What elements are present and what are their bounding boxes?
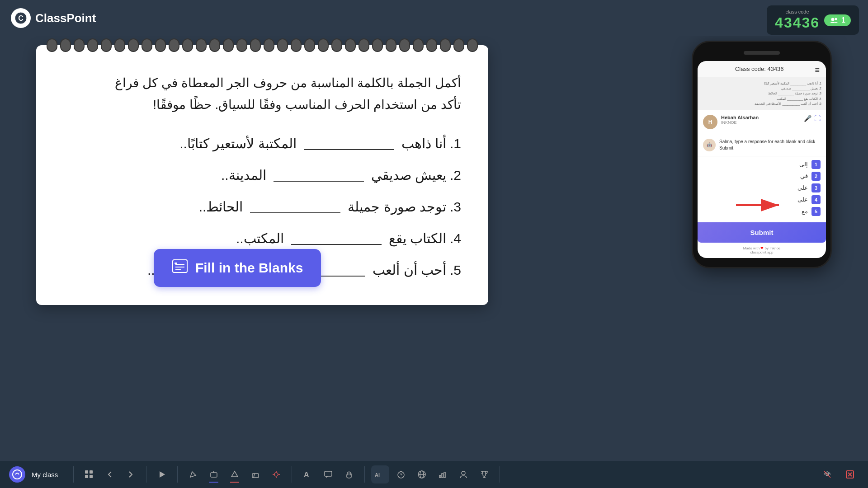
phone-mockup: Class code: 43436 ≡ 1. أنا ذاهب ________… [692,41,832,268]
back-button[interactable] [101,465,119,483]
class-code-label: class code [786,9,809,14]
preview-line3: 3. توجد صورة جميلة _________ الخائط [702,91,821,96]
phone-menu-icon: ≡ [815,66,820,75]
close-button[interactable] [841,465,859,483]
preview-line4: 4. الكتاب يقع _________ المكتب [702,96,821,101]
spiral-ring [169,38,179,52]
svg-rect-8 [175,263,177,264]
q3-blank [250,201,340,213]
answer-text-1: إلى [799,161,808,168]
eye-slash-button[interactable] [818,465,836,483]
instruction-line2: تأكد من استخدام الحرف المناسب وفقًا للسي… [63,94,461,116]
answer-row-1: 1 إلى [703,160,821,169]
q5-right: أحب أن ألعب [373,255,446,285]
spiral-ring [236,38,247,52]
student-action-icons: 🎤 ⛶ [804,115,821,122]
chart-button[interactable] [434,465,452,483]
trophy-button[interactable] [475,465,493,483]
preview-line2: 2. يعيش __________ صديقي [702,86,821,91]
answer-num-1: 1 [811,160,821,169]
submit-button[interactable]: Submit [698,222,826,243]
spiral-ring [426,38,437,52]
participant-count: 1 [841,16,845,24]
student-sub: INKNOE [721,120,800,125]
spiral-ring [386,38,396,52]
phone-mockup-container: Class code: 43436 ≡ 1. أنا ذاهب ________… [692,41,832,268]
q3-num: 3. [450,192,461,222]
q4-num: 4. [450,224,461,253]
spiral-ring [331,38,342,52]
q3-left: الحائط.. [199,192,243,222]
expand-icon: ⛶ [814,115,821,122]
main-content: أكمل الجملة بالكلمة المناسبة من حروف الج… [0,36,868,461]
q5-num: 5. [450,255,461,285]
toolbar-divider-5 [364,466,365,483]
phone-footer: Made with ❤ by Inknoe classpoint.app [698,243,826,258]
svg-point-2 [831,18,835,21]
spiral-ring [209,38,220,52]
user-button[interactable] [454,465,472,483]
microphone-icon: 🎤 [804,115,811,122]
answer-num-5: 5 [811,207,821,216]
svg-rect-14 [85,475,88,478]
bot-instruction: 🤖 Salma, type a response for each blank … [698,134,826,156]
spiral-ring [182,38,193,52]
spiral-ring [413,38,424,52]
student-avatar: H [703,115,717,129]
globe-button[interactable] [413,465,431,483]
highlighter-button[interactable] [205,465,223,483]
spiral-ring [453,38,464,52]
laser-pointer-button[interactable] [267,465,285,483]
spiral-ring [440,38,451,52]
classpoint-logo-icon: C [11,8,31,28]
question-1: 1. أنا ذاهب المكتبة لأستعير كتابًا.. [63,129,461,159]
forward-button[interactable] [122,465,140,483]
ai-button[interactable]: AI [371,465,389,483]
spiral-ring [128,38,139,52]
footer-made-by: Made with ❤ by Inknoe [701,246,822,250]
pen-tool-button[interactable] [184,465,202,483]
answer-text-2: في [800,173,808,179]
q1-right: أنا ذاهب [401,129,446,159]
chat-button[interactable] [319,465,337,483]
svg-rect-27 [325,471,332,476]
svg-text:AI: AI [375,472,380,478]
fill-in-blanks-button[interactable]: Fill in the Blanks [154,249,321,287]
svg-rect-4 [173,260,187,272]
svg-rect-38 [444,472,445,478]
preview-line1: 1. أنا ذاهب _________ المكتبة لأستعير كت… [702,81,821,86]
app-name: ClassPoint [35,11,96,25]
svg-text:A: A [304,471,309,479]
q2-blank [274,169,364,182]
svg-line-20 [254,474,255,478]
q1-blank [304,137,394,150]
play-button[interactable] [153,465,171,483]
phone-class-code-header: Class code: 43436 ≡ [698,61,826,77]
eraser-button[interactable] [246,465,264,483]
phone-screen: Class code: 43436 ≡ 1. أنا ذاهب ________… [698,61,826,258]
toolbar-logo[interactable] [9,466,25,483]
fitb-label: Fill in the Blanks [195,260,303,276]
text-button[interactable]: A [298,465,316,483]
answer-row-2: 2 في [703,172,821,181]
participant-badge: 1 [824,14,851,26]
spiral-ring [60,38,71,52]
spiral-ring [372,38,383,52]
spiral-ring [87,38,98,52]
spiral-ring [74,38,85,52]
my-class-label: My class [32,471,58,479]
spiral-ring [196,38,207,52]
answer-text-5: مع [802,208,808,215]
svg-point-21 [274,473,278,476]
shapes-button[interactable] [226,465,244,483]
heart-icon: ❤ [760,246,764,250]
question-2: 2. يعيش صديقي المدينة.. [63,160,461,190]
q1-left: المكتبة لأستعير كتابًا.. [179,129,296,159]
hand-raise-button[interactable] [340,465,358,483]
timer-button[interactable] [392,465,410,483]
grid-view-button[interactable] [80,465,98,483]
toolbar-divider-3 [177,466,178,483]
spiral [36,37,488,53]
spiral-ring [277,38,288,52]
svg-rect-19 [252,474,259,478]
